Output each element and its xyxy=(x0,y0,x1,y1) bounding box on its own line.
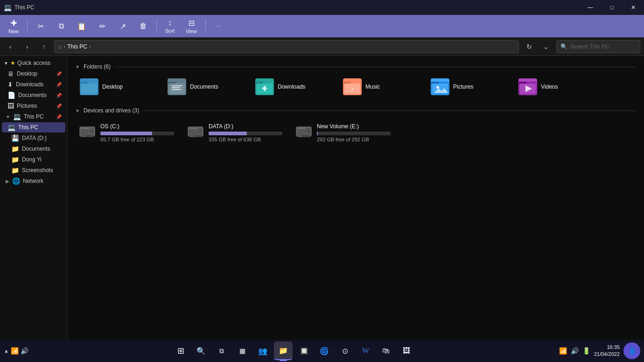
explorer-button[interactable]: 📁 xyxy=(274,341,293,360)
thispc-expand-icon: ▼ xyxy=(6,114,10,119)
sidebar-item-network[interactable]: ▶ 🌐 Network xyxy=(2,176,65,186)
tray-arrow-icon[interactable]: ▲ xyxy=(4,348,9,354)
svg-point-44 xyxy=(308,131,309,132)
store-button[interactable]: 🛍 xyxy=(377,341,395,360)
folder-desktop-icon xyxy=(80,78,98,95)
folder-music[interactable]: ♪ Music xyxy=(338,76,422,98)
new-button[interactable]: ✚ New xyxy=(4,17,23,36)
share-icon: ↗ xyxy=(120,22,126,31)
sidebar-item-thispc-active[interactable]: 💻 This PC xyxy=(2,122,65,132)
notification-area[interactable]: 👤 xyxy=(623,342,640,359)
back-button[interactable]: ‹ xyxy=(4,40,17,53)
search-button[interactable]: 🔍 xyxy=(192,341,210,360)
sidebar-item-screenshots[interactable]: 📁 Screenshots xyxy=(2,165,65,175)
drive-osc[interactable]: OS (C:) 65.7 GB free of 223 GB xyxy=(75,119,178,146)
folder-documents[interactable]: Documents xyxy=(163,76,247,98)
volume-tray-icon: 🔊 xyxy=(571,347,579,355)
view-button[interactable]: ⊟ View xyxy=(181,17,202,36)
address-path[interactable]: ⌂ › This PC › xyxy=(54,40,519,53)
svg-rect-7 xyxy=(172,87,180,88)
photos-button[interactable]: 🖼 xyxy=(397,341,416,360)
drive-newe-icon xyxy=(295,123,312,140)
folder-videos-name: Videos xyxy=(541,84,558,90)
sidebar: ▼ ★ Quick access 🖥 Desktop 📌 ⬇ Downloads… xyxy=(0,56,68,347)
drive-datad-icon xyxy=(187,123,204,140)
folder-pictures-name: Pictures xyxy=(453,84,473,90)
sidebar-item-documents2[interactable]: 📁 Documents xyxy=(2,144,65,154)
cut-button[interactable]: ✂ xyxy=(31,20,50,33)
drive-newe-info: New Volume (E:) 292 GB free of 292 GB xyxy=(317,123,391,142)
copy-button[interactable]: ⧉ xyxy=(52,20,70,32)
folder-videos[interactable]: Videos xyxy=(514,76,598,98)
folder-downloads[interactable]: Downloads xyxy=(251,76,335,98)
taskview-button[interactable]: ⧉ xyxy=(212,341,231,360)
thispc-label: This PC xyxy=(24,113,44,120)
svg-rect-8 xyxy=(172,89,181,90)
documents2-label: Documents xyxy=(22,146,50,152)
folder-documents-name: Documents xyxy=(190,84,218,90)
window-controls: — □ ✕ xyxy=(580,0,644,15)
folder-desktop[interactable]: Desktop xyxy=(75,76,159,98)
close-button[interactable]: ✕ xyxy=(623,0,644,15)
minimize-button[interactable]: — xyxy=(580,0,601,15)
network-icon: 🌐 xyxy=(12,177,20,185)
quick-access-label: Quick access xyxy=(17,60,50,66)
widgets-button[interactable]: ▦ xyxy=(233,341,252,360)
sidebar-item-desktop[interactable]: 🖥 Desktop 📌 xyxy=(2,69,65,79)
drive-osc-info: OS (C:) 65.7 GB free of 223 GB xyxy=(100,123,174,142)
titlebar: 💻 This PC — □ ✕ xyxy=(0,0,644,15)
drives-grid: OS (C:) 65.7 GB free of 223 GB xyxy=(75,119,637,146)
taskbar-clock[interactable]: 16:35 21/04/2022 xyxy=(594,344,620,358)
teams-button[interactable]: 👥 xyxy=(253,341,272,360)
more-button[interactable]: ··· xyxy=(210,21,228,31)
maximize-button[interactable]: □ xyxy=(601,0,623,15)
sidebar-item-documents[interactable]: 📄 Documents 📌 xyxy=(2,90,65,100)
downloads-label: Downloads xyxy=(16,81,43,88)
sort-button[interactable]: ↕ Sort xyxy=(161,17,179,35)
edge-button[interactable]: 🌀 xyxy=(315,341,334,360)
svg-point-37 xyxy=(200,131,201,132)
drive-newe-space: 292 GB free of 292 GB xyxy=(317,137,391,142)
svg-rect-2 xyxy=(81,84,97,94)
sidebar-item-pictures[interactable]: 🖼 Pictures 📌 xyxy=(2,101,65,111)
drive-newe[interactable]: New Volume (E:) 292 GB free of 292 GB xyxy=(292,119,394,146)
view-icon: ⊟ xyxy=(189,19,195,28)
screenshots-label: Screenshots xyxy=(22,167,53,174)
titlebar-icon: 💻 xyxy=(4,4,12,11)
word-button[interactable]: W xyxy=(356,341,375,360)
up-button[interactable]: ↑ xyxy=(37,40,50,53)
folder-pictures[interactable]: Pictures xyxy=(426,76,510,98)
rename-button[interactable]: ✏ xyxy=(93,20,112,33)
quick-access-header[interactable]: ▼ ★ Quick access xyxy=(0,58,67,68)
drive-newe-name: New Volume (E:) xyxy=(317,123,391,130)
share-button[interactable]: ↗ xyxy=(113,20,132,33)
datad-label: DATA (D:) xyxy=(22,135,47,141)
paste-icon: 📋 xyxy=(77,22,86,31)
refresh-button[interactable]: ↻ xyxy=(523,40,536,53)
wifi-icon: 📶 xyxy=(11,347,19,355)
chrome-button[interactable]: ⊙ xyxy=(336,341,354,360)
clock-time: 16:35 xyxy=(594,344,620,351)
thispc-active-label: This PC xyxy=(18,124,38,131)
search-box[interactable]: 🔍 Search This PC xyxy=(556,40,640,53)
svg-text:♪: ♪ xyxy=(351,85,354,92)
delete-button[interactable]: 🗑 xyxy=(134,20,153,32)
paste-button[interactable]: 📋 xyxy=(72,20,91,33)
network-expand-icon: ▶ xyxy=(6,179,9,184)
forward-button[interactable]: › xyxy=(21,40,34,53)
sidebar-item-downloads[interactable]: ⬇ Downloads 📌 xyxy=(2,79,65,90)
toolbar-separator-2 xyxy=(156,19,157,33)
start-button[interactable]: ⊞ xyxy=(171,341,190,360)
pin-icon-dl: 📌 xyxy=(56,82,62,87)
sidebar-item-dongyi[interactable]: 📁 Dong Yi xyxy=(2,154,65,165)
app-button-1[interactable]: 🔲 xyxy=(294,341,313,360)
address-dropdown-button[interactable]: ⌄ xyxy=(539,40,553,53)
drive-datad[interactable]: DATA (D:) 335 GB free of 638 GB xyxy=(183,119,286,146)
documents-icon: 📄 xyxy=(7,91,15,99)
sort-icon: ↕ xyxy=(168,19,172,27)
drives-header-text: Devices and drives (3) xyxy=(84,107,139,114)
svg-rect-47 xyxy=(298,136,302,137)
sidebar-item-datad[interactable]: 💾 DATA (D:) xyxy=(2,133,65,143)
folders-section-header: ▼ Folders (6) xyxy=(75,63,637,70)
sidebar-item-thispc[interactable]: ▼ 💻 This PC 📌 xyxy=(2,111,65,122)
